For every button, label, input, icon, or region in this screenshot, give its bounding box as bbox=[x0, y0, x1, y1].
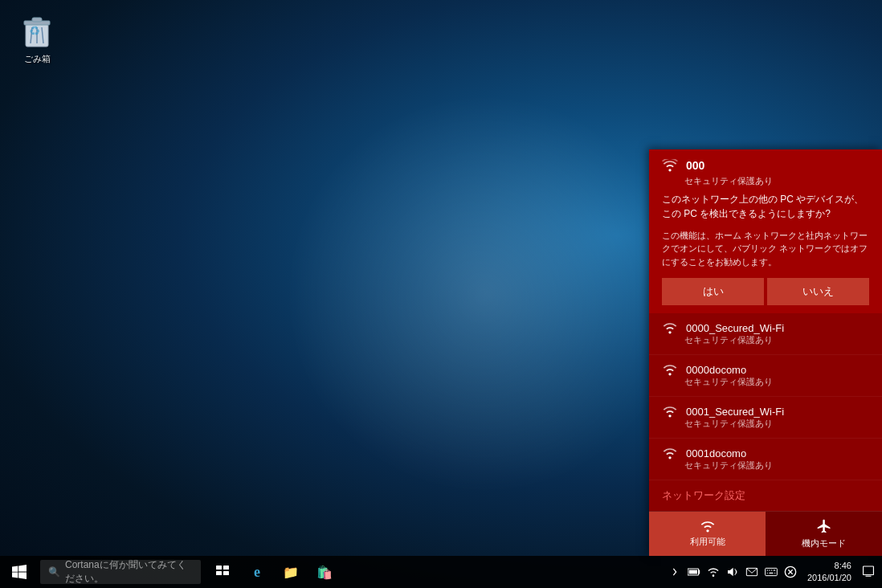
airplane-mode-icon bbox=[816, 518, 832, 534]
airplane-mode-label: 機内モード bbox=[802, 537, 846, 549]
svg-rect-9 bbox=[216, 571, 222, 575]
wifi-ssid-1: 0000docomo bbox=[686, 364, 746, 376]
task-view-icon bbox=[216, 566, 231, 578]
cortana-search[interactable]: 🔍 Cortanaに何か聞いてみてください。 bbox=[40, 560, 201, 584]
wifi-quick-actions: 利用可能 機内モード bbox=[649, 511, 882, 556]
file-explorer-button[interactable]: 📁 bbox=[275, 556, 307, 588]
wifi-ssid-0: 0000_Secured_Wi-Fi bbox=[686, 322, 784, 334]
tray-battery-icon bbox=[685, 556, 703, 588]
taskbar-tray: 8:46 2016/01/20 bbox=[666, 556, 882, 588]
keyboard-icon bbox=[765, 567, 778, 577]
tray-keyboard-icon bbox=[762, 556, 780, 588]
recycle-bin-icon[interactable]: ♻ ごみ箱 bbox=[11, 11, 63, 65]
wifi-available-button[interactable]: 利用可能 bbox=[649, 512, 766, 556]
wifi-available-icon bbox=[700, 520, 716, 533]
tray-volume-icon[interactable] bbox=[724, 556, 741, 588]
tray-chevron[interactable] bbox=[666, 556, 684, 588]
svg-rect-12 bbox=[699, 570, 700, 574]
taskbar-clock[interactable]: 8:46 2016/01/20 bbox=[802, 560, 856, 585]
svg-rect-27 bbox=[864, 566, 874, 575]
wifi-secured-0: セキュリティ保護あり bbox=[684, 334, 869, 346]
windows-logo-icon bbox=[12, 565, 27, 579]
store-button[interactable]: 🛍️ bbox=[308, 556, 341, 588]
clock-date: 2016/01/20 bbox=[807, 572, 851, 584]
notification-icon bbox=[863, 566, 874, 578]
network-question-text: このネットワーク上の他の PC やデバイスが、この PC を検出できるようにしま… bbox=[662, 192, 869, 221]
wifi-secured-2: セキュリティ保護あり bbox=[684, 418, 869, 430]
svg-rect-7 bbox=[216, 566, 222, 570]
wifi-secured-1: セキュリティ保護あり bbox=[684, 376, 869, 388]
wifi-action-buttons: はい いいえ bbox=[662, 278, 869, 305]
tray-expand-icon bbox=[672, 568, 678, 576]
recycle-bin-label: ごみ箱 bbox=[24, 53, 51, 65]
wifi-no-button[interactable]: いいえ bbox=[767, 278, 869, 305]
store-icon: 🛍️ bbox=[316, 565, 333, 580]
wifi-connected-header: 000 bbox=[662, 159, 869, 172]
svg-rect-15 bbox=[766, 568, 778, 575]
system-tray bbox=[666, 556, 799, 588]
clock-time: 8:46 bbox=[807, 560, 851, 572]
wifi-signal-connected-icon bbox=[662, 159, 678, 172]
wifi-icon-3 bbox=[662, 447, 678, 459]
search-icon: 🔍 bbox=[48, 566, 60, 578]
tray-message-icon[interactable] bbox=[743, 556, 761, 588]
connected-ssid: 000 bbox=[686, 159, 704, 172]
wifi-icon-0 bbox=[662, 321, 678, 334]
wifi-network-list: 0000_Secured_Wi-Fi セキュリティ保護あり 0000docomo… bbox=[649, 313, 882, 480]
battery-icon bbox=[688, 566, 700, 578]
wifi-tray-icon bbox=[707, 566, 720, 578]
desktop: ♻ ごみ箱 000 セキュリティ保護あり このネットワーク上の他の PC やデバ… bbox=[0, 0, 882, 588]
volume-icon bbox=[726, 566, 739, 578]
airplane-mode-button[interactable]: 機内モード bbox=[766, 512, 882, 556]
file-explorer-icon: 📁 bbox=[283, 565, 299, 580]
wifi-icon-2 bbox=[662, 405, 678, 418]
svg-rect-10 bbox=[223, 571, 229, 575]
recycle-bin-image: ♻ bbox=[18, 11, 56, 50]
taskbar: 🔍 Cortanaに何か聞いてみてください。 e 📁 bbox=[0, 556, 882, 588]
svg-rect-13 bbox=[689, 570, 697, 574]
wifi-icon-1 bbox=[662, 363, 678, 376]
tray-wifi-icon[interactable] bbox=[704, 556, 722, 588]
x-icon bbox=[784, 566, 797, 578]
wifi-available-label: 利用可能 bbox=[690, 536, 725, 548]
wifi-ssid-2: 0001_Secured_Wi-Fi bbox=[686, 406, 784, 418]
task-view-button[interactable] bbox=[207, 556, 239, 588]
notification-center-button[interactable] bbox=[860, 556, 877, 588]
connected-secured-label: セキュリティ保護あり bbox=[684, 175, 869, 187]
wifi-yes-button[interactable]: はい bbox=[662, 278, 764, 305]
network-settings-link[interactable]: ネットワーク設定 bbox=[649, 480, 882, 511]
wifi-ssid-3: 0001docomo bbox=[686, 447, 746, 459]
start-button[interactable] bbox=[0, 556, 39, 588]
svg-text:♻: ♻ bbox=[29, 24, 40, 38]
cortana-search-text: Cortanaに何か聞いてみてください。 bbox=[65, 558, 193, 586]
wifi-network-item-0[interactable]: 0000_Secured_Wi-Fi セキュリティ保護あり bbox=[649, 313, 882, 355]
tray-close-icon[interactable] bbox=[782, 556, 799, 588]
taskbar-app-icons: e 📁 🛍️ bbox=[207, 556, 341, 588]
message-icon bbox=[745, 566, 758, 578]
wifi-network-item-1[interactable]: 0000docomo セキュリティ保護あり bbox=[649, 355, 882, 397]
wifi-network-item-3[interactable]: 0001docomo セキュリティ保護あり bbox=[649, 439, 882, 480]
svg-rect-5 bbox=[32, 18, 42, 22]
wifi-panel: 000 セキュリティ保護あり このネットワーク上の他の PC やデバイスが、この… bbox=[649, 149, 882, 557]
network-info-text: この機能は、ホーム ネットワークと社内ネットワークでオンにして、パブリック ネッ… bbox=[662, 229, 869, 269]
edge-button[interactable]: e bbox=[241, 556, 273, 588]
wifi-connected-section: 000 セキュリティ保護あり このネットワーク上の他の PC やデバイスが、この… bbox=[649, 149, 882, 314]
wifi-network-item-2[interactable]: 0001_Secured_Wi-Fi セキュリティ保護あり bbox=[649, 397, 882, 439]
wifi-secured-3: セキュリティ保護あり bbox=[684, 459, 869, 472]
svg-rect-8 bbox=[223, 566, 229, 570]
edge-icon: e bbox=[254, 564, 260, 581]
